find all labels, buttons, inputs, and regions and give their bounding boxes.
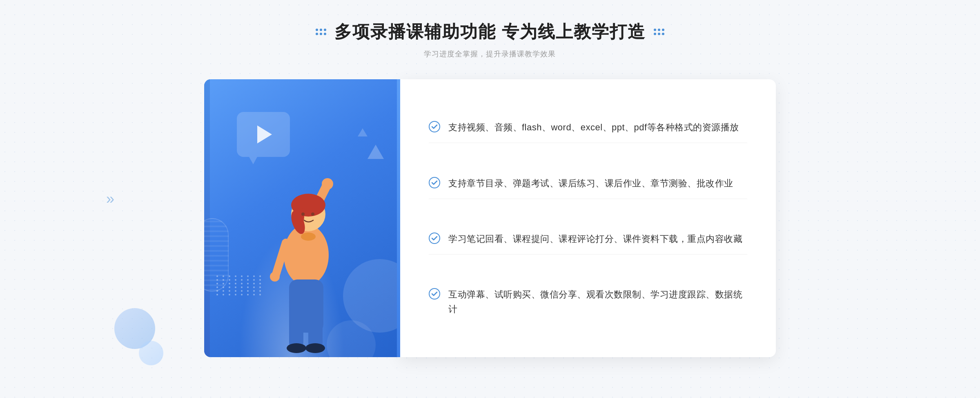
svg-point-18 — [429, 177, 440, 188]
triangle-decoration-small — [358, 128, 368, 136]
person-illustration — [237, 145, 368, 357]
header-section: 多项录播课辅助功能 专为线上教学打造 学习进度全掌握，提升录播课教学效果 — [316, 20, 664, 59]
page-container: 多项录播课辅助功能 专为线上教学打造 学习进度全掌握，提升录播课教学效果 — [0, 0, 980, 398]
svg-point-19 — [429, 233, 440, 244]
page-subtitle: 学习进度全掌握，提升录播课教学效果 — [316, 49, 664, 59]
feature-text-3: 学习笔记回看、课程提问、课程评论打分、课件资料下载，重点内容收藏 — [448, 232, 742, 246]
feature-item-2: 支持章节目录、弹题考试、课后练习、课后作业、章节测验、批改作业 — [429, 168, 747, 199]
left-chevron-arrows: » — [106, 190, 111, 208]
illustration-card — [204, 79, 400, 357]
check-icon-3 — [429, 233, 440, 244]
play-icon — [257, 125, 272, 143]
svg-point-8 — [311, 212, 314, 216]
check-icon-4 — [429, 288, 440, 300]
title-row: 多项录播课辅助功能 专为线上教学打造 — [316, 20, 664, 43]
triangle-decoration — [368, 145, 384, 159]
svg-point-20 — [429, 288, 440, 299]
right-decorator — [654, 29, 664, 35]
svg-point-16 — [301, 233, 316, 241]
features-panel: 支持视频、音频、flash、word、excel、ppt、pdf等各种格式的资源… — [400, 79, 776, 357]
feature-item-3: 学习笔记回看、课程提问、课程评论打分、课件资料下载，重点内容收藏 — [429, 224, 747, 255]
content-area: 支持视频、音频、flash、word、excel、ppt、pdf等各种格式的资源… — [204, 79, 776, 357]
feature-text-2: 支持章节目录、弹题考试、课后练习、课后作业、章节测验、批改作业 — [448, 176, 733, 190]
feature-item-4: 互动弹幕、试听购买、微信分享、观看次数限制、学习进度跟踪、数据统计 — [429, 279, 747, 324]
connector-stripe — [397, 79, 400, 357]
svg-point-7 — [301, 212, 305, 216]
page-title: 多项录播课辅助功能 专为线上教学打造 — [334, 20, 646, 43]
svg-point-10 — [270, 272, 280, 282]
svg-point-1 — [322, 178, 333, 190]
feature-text-1: 支持视频、音频、flash、word、excel、ppt、pdf等各种格式的资源… — [448, 120, 739, 134]
feature-item-1: 支持视频、音频、flash、word、excel、ppt、pdf等各种格式的资源… — [429, 112, 747, 143]
striped-decoration — [204, 218, 229, 292]
check-icon-1 — [429, 121, 440, 132]
feature-text-4: 互动弹幕、试听购买、微信分享、观看次数限制、学习进度跟踪、数据统计 — [448, 287, 747, 316]
check-icon-2 — [429, 177, 440, 188]
svg-point-15 — [305, 343, 325, 353]
svg-point-14 — [287, 343, 306, 353]
svg-point-17 — [429, 121, 440, 132]
left-side-circle-small — [139, 341, 163, 365]
left-decorator — [316, 29, 326, 35]
svg-line-9 — [276, 243, 286, 275]
